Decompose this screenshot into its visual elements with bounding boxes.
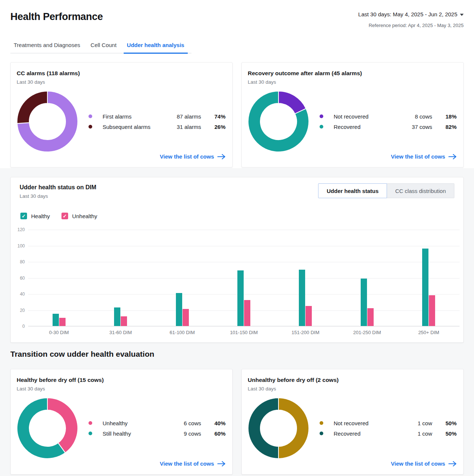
legend-percent: 26% [201, 124, 226, 130]
date-range-selector[interactable]: Last 30 days: May 4, 2025 - Jun 2, 2025 [358, 11, 464, 17]
bar-unhealthy [183, 309, 189, 326]
tab-cell-count[interactable]: Cell Count [87, 40, 120, 53]
bar-group [213, 230, 274, 326]
view-list-of-cows-link[interactable]: View the list of cows [160, 153, 226, 160]
x-axis-tick: 250+ DIM [398, 330, 460, 335]
legend-row: Not recovered 8 cows 18% [320, 113, 457, 120]
x-axis-labels: 0-30 DIM31-60 DIM61-100 DIM101-150 DIM15… [28, 330, 460, 335]
legend-dot [89, 114, 92, 118]
toggle-udder-health-status[interactable]: Udder health status [318, 183, 387, 198]
udder-health-status-card: Udder health status on DIM Last 30 days … [10, 177, 464, 343]
recovery-donut-chart [248, 91, 309, 152]
card-subtitle: Last 30 days [17, 386, 226, 392]
card-title: CC alarms (118 alarms) [17, 70, 226, 77]
chart-view-toggle: Udder health status CC class distributio… [318, 183, 454, 198]
x-axis-tick: 201-250 DIM [336, 330, 398, 335]
unhealthy-dryoff-donut-chart [248, 397, 309, 459]
legend: Not recovered 8 cows 18% Recovered 37 co… [320, 113, 457, 130]
healthy-checkbox[interactable]: ✓ [20, 213, 27, 219]
bar-healthy [176, 293, 182, 326]
card-title: Recovery outcome after alarm (45 alarms) [248, 70, 457, 77]
legend-row: First alarms 87 alarms 74% [89, 113, 226, 120]
series-checkbox-row: ✓ Healthy ✓ Unhealthy [20, 213, 109, 219]
unhealthy-checkbox-label: Unhealthy [72, 213, 97, 219]
bar-group [336, 230, 398, 326]
tab-udder-health-analysis[interactable]: Udder health analysis [124, 40, 188, 54]
legend-percent: 74% [201, 113, 226, 120]
bar-group [28, 230, 90, 326]
link-label: View the list of cows [391, 460, 445, 467]
link-label: View the list of cows [160, 460, 214, 467]
card-subtitle: Last 30 days [17, 79, 226, 85]
legend-label: Subsequent alarms [103, 124, 160, 130]
y-axis-tick: 120 [11, 227, 25, 232]
legend-dot [89, 432, 92, 435]
tab-treatments-and-diagnoses[interactable]: Treatments and Diagnoses [10, 40, 84, 53]
legend-label: Still healthy [103, 430, 160, 437]
toggle-cc-class-distribution[interactable]: CC class distribution [387, 183, 454, 198]
view-list-of-cows-link[interactable]: View the list of cows [391, 153, 457, 160]
link-label: View the list of cows [160, 153, 214, 160]
y-axis-tick: 20 [11, 308, 25, 313]
bar-healthy [237, 270, 244, 326]
bar-unhealthy [306, 306, 312, 326]
unhealthy-checkbox[interactable]: ✓ [61, 213, 68, 219]
legend-percent: 50% [432, 420, 457, 426]
healthy-before-dryoff-card: Healthy before dry off (15 cows) Last 30… [10, 369, 233, 475]
y-axis-tick: 60 [11, 276, 25, 281]
reference-period: Reference period: Apr 4, 2025 - May 3, 2… [368, 23, 464, 28]
y-axis-tick: 100 [11, 243, 25, 249]
legend-value: 37 cows [391, 124, 432, 130]
arrow-right-icon [448, 154, 457, 160]
arrow-right-icon [448, 461, 457, 467]
link-label: View the list of cows [391, 153, 445, 160]
legend: First alarms 87 alarms 74% Subsequent al… [89, 113, 226, 130]
bar-group [275, 230, 336, 326]
legend-label: First alarms [103, 113, 160, 120]
arrow-right-icon [217, 154, 226, 160]
legend-percent: 60% [201, 430, 226, 437]
legend: Not recovered 1 cow 50% Recovered 1 cow … [320, 420, 457, 437]
bar-healthy [361, 279, 367, 326]
bar-unhealthy [121, 316, 127, 326]
arrow-right-icon [217, 461, 226, 467]
legend-dot [320, 125, 323, 129]
legend-percent: 40% [201, 420, 226, 426]
bar-healthy [114, 307, 120, 326]
date-range-label: Last 30 days: May 4, 2025 - Jun 2, 2025 [358, 11, 457, 17]
y-axis-tick: 40 [11, 292, 25, 297]
bar-unhealthy [244, 300, 250, 326]
legend-dot [89, 421, 92, 425]
bar-chart-plot: 0204060801001200-30 DIM31-60 DIM61-100 D… [28, 230, 460, 326]
bar-healthy [299, 270, 305, 326]
card-subtitle: Last 30 days [248, 386, 457, 392]
legend-label: Recovered [334, 124, 391, 130]
legend-row: Not recovered 1 cow 50% [320, 420, 457, 426]
unhealthy-before-dryoff-card: Unhealthy before dry off (2 cows) Last 3… [241, 369, 464, 475]
recovery-outcome-card: Recovery outcome after alarm (45 alarms)… [241, 62, 464, 167]
view-list-of-cows-link[interactable]: View the list of cows [160, 460, 226, 467]
legend-row: Unhealthy 6 cows 40% [89, 420, 226, 426]
chevron-down-icon [460, 14, 464, 16]
legend-value: 87 alarms [160, 113, 201, 120]
legend-label: Unhealthy [103, 420, 160, 426]
bar-group [90, 230, 151, 326]
x-axis-tick: 0-30 DIM [28, 330, 90, 335]
bar-unhealthy [429, 295, 435, 326]
x-axis-tick: 61-100 DIM [151, 330, 213, 335]
legend-percent: 82% [432, 124, 457, 130]
legend-percent: 18% [432, 113, 457, 120]
legend: Unhealthy 6 cows 40% Still healthy 9 cow… [89, 420, 226, 437]
legend-row: Recovered 1 cow 50% [320, 430, 457, 437]
view-list-of-cows-link[interactable]: View the list of cows [391, 460, 457, 467]
card-title: Unhealthy before dry off (2 cows) [248, 377, 457, 383]
legend-percent: 50% [432, 430, 457, 437]
page-title: Health Performance [10, 11, 103, 23]
healthy-dryoff-donut-chart [17, 397, 78, 459]
legend-value: 1 cow [391, 420, 432, 426]
legend-value: 31 alarms [160, 124, 201, 130]
bar-healthy [53, 314, 59, 326]
legend-label: Not recovered [334, 420, 391, 426]
bar-groups [28, 230, 460, 326]
legend-dot [89, 125, 92, 129]
